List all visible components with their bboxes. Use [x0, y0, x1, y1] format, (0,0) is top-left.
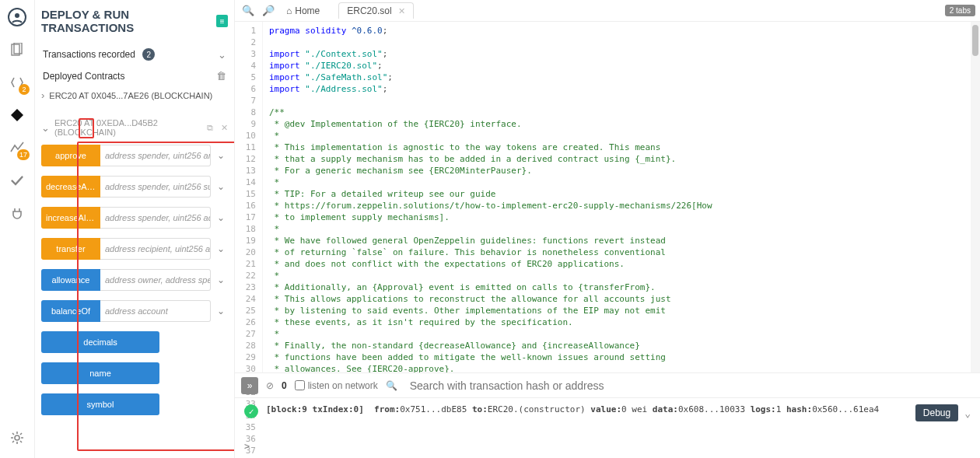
tx-recorded-label: Transactions recorded	[43, 49, 135, 60]
svg-point-1	[15, 13, 19, 18]
function-button-balanceOf[interactable]: balanceOf	[41, 300, 100, 322]
function-input-balanceOf[interactable]: address account	[100, 300, 211, 322]
editor: 1234567891011121314151617181920212223242…	[235, 22, 980, 372]
listen-checkbox-input[interactable]	[295, 380, 305, 390]
function-button-name[interactable]: name	[41, 362, 159, 384]
chevron-down-icon[interactable]: ⌄	[214, 269, 228, 291]
function-button-approve[interactable]: approve	[41, 145, 100, 166]
panel-title-text: DEPLOY & RUN TRANSACTIONS	[41, 8, 212, 34]
function-row-decreaseAllow: decreaseAllow...address spender, uint256…	[41, 176, 228, 198]
zoom-in-icon[interactable]: 🔎	[260, 2, 277, 19]
function-row-transfer: transferaddress recipient, uint256 amoun…	[41, 238, 228, 260]
close-icon[interactable]: ✕	[221, 123, 228, 133]
listen-network-checkbox[interactable]: listen on network	[295, 380, 378, 391]
chevron-down-icon[interactable]: ⌄	[214, 238, 228, 260]
function-button-increaseAllowa[interactable]: increaseAllowa...	[41, 207, 100, 229]
deployed-contracts-row: Deployed Contracts 🗑	[41, 65, 228, 86]
panel-green-badge-icon: ≡	[216, 15, 228, 27]
home-icon: ⌂	[286, 5, 292, 16]
vertical-scrollbar[interactable]	[971, 22, 980, 372]
file-explorer-icon[interactable]	[6, 39, 28, 61]
terminal-prompt[interactable]: >	[235, 438, 980, 458]
function-input-allowance[interactable]: address owner, address spender	[100, 269, 211, 291]
function-button-decreaseAllow[interactable]: decreaseAllow...	[41, 176, 100, 198]
tab-count-badge[interactable]: 2 tabs	[945, 5, 975, 16]
scroll-thumb[interactable]	[972, 25, 978, 56]
tx-to: ERC20.(constructor)	[488, 404, 586, 414]
tx-hash-lbl: hash:	[786, 404, 812, 414]
prompt-symbol: >	[244, 441, 250, 452]
pending-tx-count: 0	[282, 380, 287, 391]
tx-to-lbl: to:	[472, 404, 488, 414]
function-row-balanceOf: balanceOfaddress account⌄	[41, 300, 228, 322]
tx-block: [block:9 txIndex:0]	[266, 404, 364, 414]
home-tab[interactable]: ⌂ Home	[280, 3, 326, 19]
home-label: Home	[295, 5, 320, 16]
tx-from-lbl: from:	[374, 404, 400, 414]
settings-icon[interactable]	[6, 427, 28, 449]
tx-logs: 1	[776, 404, 782, 414]
success-check-icon: ✓	[244, 404, 258, 418]
tab-erc20[interactable]: ERC20.sol ✕	[338, 2, 413, 19]
tx-from: 0x751...dbE85	[400, 404, 467, 414]
chevron-down-icon[interactable]: ⌄	[964, 407, 971, 419]
tx-val-lbl: value:	[590, 404, 621, 414]
function-row-increaseAllowa: increaseAllowa...address spender, uint25…	[41, 207, 228, 229]
analysis-badge: 17	[17, 149, 30, 160]
compiler-badge: 2	[19, 84, 30, 95]
terminal-tx-line[interactable]: [block:9 txIndex:0] from:0x751...dbE85 t…	[266, 404, 908, 414]
function-button-decimals[interactable]: decimals	[41, 331, 159, 353]
function-row-approve: approveaddress spender, uint256 amount⌄	[41, 145, 228, 166]
code-area[interactable]: pragma solidity ^0.6.0; import "./Contex…	[263, 22, 971, 372]
function-button-allowance[interactable]: allowance	[41, 269, 100, 291]
tx-data: 0x608...10033	[678, 404, 745, 414]
function-button-transfer[interactable]: transfer	[41, 238, 100, 260]
testing-icon[interactable]	[6, 170, 28, 191]
function-list: approveaddress spender, uint256 amount⌄d…	[41, 145, 228, 415]
copy-icon[interactable]: ⧉	[207, 123, 213, 133]
function-input-approve[interactable]: address spender, uint256 amount	[100, 145, 211, 166]
function-input-decreaseAllow[interactable]: address spender, uint256 subtrac	[100, 176, 211, 198]
tx-count-badge: 2	[142, 48, 155, 61]
panel-title: DEPLOY & RUN TRANSACTIONS ≡	[41, 8, 228, 34]
collapse-terminal-icon[interactable]: »	[241, 377, 258, 394]
editor-toolbar: 🔍 🔎 ⌂ Home ERC20.sol ✕ 2 tabs	[235, 0, 980, 22]
close-tab-icon[interactable]: ✕	[398, 6, 405, 16]
chevron-down-icon: ⌄	[218, 49, 226, 61]
instance1-text: ERC20 AT 0X045...7AE26 (BLOCKCHAIN)	[49, 91, 212, 100]
chevron-down-icon[interactable]: ⌄	[214, 176, 228, 198]
remix-logo-icon[interactable]	[6, 6, 28, 28]
function-row-symbol: symbol	[41, 393, 228, 415]
zoom-out-icon[interactable]: 🔍	[240, 2, 257, 19]
clear-terminal-icon[interactable]: ⊘	[266, 380, 274, 391]
terminal-body: ✓ [block:9 txIndex:0] from:0x751...dbE85…	[235, 398, 980, 438]
contract-instance-2[interactable]: ⌄ ERC20 AT 0XEDA...D45B2 (BLOCKCHAIN) ⧉ …	[41, 115, 228, 140]
deploy-run-icon[interactable]	[6, 104, 28, 126]
chevron-down-icon: ⌄	[41, 122, 50, 134]
transactions-recorded-row[interactable]: Transactions recorded 2 ⌄	[41, 44, 228, 65]
contract-instance-1[interactable]: › ERC20 AT 0X045...7AE26 (BLOCKCHAIN)	[41, 86, 228, 104]
function-button-symbol[interactable]: symbol	[41, 393, 159, 415]
debug-button[interactable]: Debug	[915, 404, 958, 421]
instance2-text: ERC20 AT 0XEDA...D45B2 (BLOCKCHAIN)	[54, 118, 202, 137]
trash-icon[interactable]: 🗑	[216, 70, 226, 82]
svg-marker-4	[11, 109, 23, 121]
terminal-toolbar: » ⊘ 0 listen on network 🔍	[235, 373, 980, 398]
compiler-icon[interactable]: 2	[6, 72, 28, 93]
chevron-down-icon[interactable]: ⌄	[214, 300, 228, 322]
line-gutter: 1234567891011121314151617181920212223242…	[235, 22, 263, 372]
function-input-transfer[interactable]: address recipient, uint256 amoun	[100, 238, 211, 260]
analysis-icon[interactable]: 17	[6, 137, 28, 159]
tx-val: 0 wei	[621, 404, 647, 414]
chevron-down-icon[interactable]: ⌄	[214, 145, 228, 166]
search-icon[interactable]: 🔍	[386, 380, 397, 391]
function-row-name: name	[41, 362, 228, 384]
left-iconbar: 2 17	[0, 0, 35, 458]
chevron-down-icon[interactable]: ⌄	[214, 207, 228, 229]
tx-logs-lbl: logs:	[751, 404, 776, 414]
tx-hash: 0x560...61ea4	[812, 404, 879, 414]
plugin-icon[interactable]	[6, 202, 28, 224]
terminal: » ⊘ 0 listen on network 🔍 ✓ [block:9 txI…	[235, 372, 980, 458]
function-input-increaseAllowa[interactable]: address spender, uint256 addedV	[100, 207, 211, 229]
terminal-search-input[interactable]	[405, 376, 974, 395]
